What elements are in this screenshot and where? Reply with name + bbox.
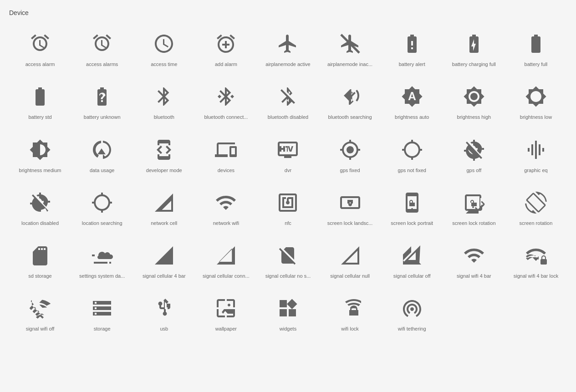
list-item: gps off [443,132,505,180]
wifi-tethering-icon [398,295,426,322]
list-item: signal wifi 4 bar lock [505,237,567,285]
list-item: signal cellular off [381,237,443,285]
list-item: screen lock rotation [443,184,505,233]
icon-label: wifi lock [341,326,359,332]
list-item: battery charging full [443,25,505,74]
list-item: bluetooth [133,78,195,127]
icon-label: battery unknown [84,114,121,120]
icon-label: access alarms [86,61,118,67]
list-item: access alarm [9,25,71,74]
gps-fixed-icon [336,136,364,163]
icon-label: airplanemode active [265,61,310,67]
storage-icon [88,295,116,322]
list-item: settings system da... [71,237,133,285]
usb-icon [150,295,178,322]
list-item: network wifi [195,184,257,233]
icon-label: brightness auto [395,114,429,120]
sd-storage-icon [26,242,54,269]
icon-label: battery full [525,61,548,67]
bluetooth-disabled-icon [274,83,301,110]
icon-label: battery alert [399,61,425,67]
add-alarm-icon [212,30,240,57]
list-item: add alarm [195,25,257,74]
list-item: dvr [257,132,319,180]
icon-label: developer mode [146,167,182,173]
list-item: graphic eq [505,132,567,180]
icon-label: signal cellular null [330,273,370,279]
icon-label: screen rotation [520,220,553,226]
list-item: bluetooth connect... [195,78,257,127]
battery-std-icon [26,83,54,110]
bluetooth-icon [150,83,178,110]
icon-label: data usage [90,167,114,173]
network-wifi-icon [212,189,240,216]
gps-off-icon [460,136,488,163]
list-item: widgets [257,290,319,338]
icon-label: signal cellular off [393,273,431,279]
signal-cellular-null-icon [336,242,364,269]
icon-label: gps off [466,167,481,173]
icon-label: battery charging full [452,61,496,67]
list-item: data usage [71,132,133,180]
list-item: usb [133,290,195,338]
icon-label: storage [94,326,111,332]
list-item: location disabled [9,184,71,233]
icon-label: network cell [151,220,177,226]
list-item: signal wifi off [9,290,71,338]
battery-charging-full-icon [460,30,488,57]
icon-label: usb [160,326,168,332]
icon-label: location disabled [21,220,59,226]
data-usage-icon [88,136,116,163]
list-item: developer mode [133,132,195,180]
icon-label: graphic eq [524,167,547,173]
page-title: Device [9,9,567,16]
list-item: signal cellular conn... [195,237,257,285]
list-item: airplanemode inac... [319,25,381,74]
icon-label: signal wifi 4 bar [457,273,491,279]
icon-label: signal wifi off [26,326,55,332]
list-item: devices [195,132,257,180]
access-time-icon [150,30,178,57]
wifi-lock-icon [336,295,364,322]
widgets-icon [274,295,301,322]
graphic-eq-icon [522,136,550,163]
list-item: gps fixed [319,132,381,180]
icon-label: devices [218,167,234,173]
icon-label: dvr [285,167,291,173]
list-item: location searching [71,184,133,233]
list-item: signal cellular no s... [257,237,319,285]
airplanemode-inactive-icon [336,30,364,57]
icon-label: screen lock rotation [452,220,495,226]
battery-unknown-icon [88,83,116,110]
icon-label: signal cellular no s... [265,273,311,279]
list-item: signal wifi 4 bar [443,237,505,285]
icon-label: add alarm [215,61,237,67]
brightness-high-icon [460,83,488,110]
list-item: brightness high [443,78,505,127]
signal-wifi-4bar-icon [460,242,488,269]
list-item: nfc [257,184,319,233]
list-item: signal cellular 4 bar [133,237,195,285]
icon-label: gps not fixed [398,167,426,173]
list-item: wifi tethering [381,290,443,338]
icon-label: bluetooth searching [328,114,372,120]
icon-label: bluetooth [154,114,174,120]
icon-label: signal cellular conn... [203,273,250,279]
signal-cellular-off-icon [398,242,426,269]
airplanemode-active-icon [274,30,301,57]
access-alarms-icon [88,30,116,57]
list-item: brightness low [505,78,567,127]
list-item: bluetooth searching [319,78,381,127]
icon-label: access alarm [25,61,55,67]
icon-label: settings system da... [79,273,125,279]
battery-full-icon [522,30,550,57]
list-item: gps not fixed [381,132,443,180]
list-item: screen lock portrait [381,184,443,233]
list-item: signal cellular null [319,237,381,285]
icon-label: screen lock portrait [391,220,433,226]
icon-label: signal wifi 4 bar lock [514,273,558,279]
signal-cellular-no-sim-icon [274,242,301,269]
icon-label: wallpaper [215,326,237,332]
icon-label: brightness low [520,114,552,120]
list-item: storage [71,290,133,338]
